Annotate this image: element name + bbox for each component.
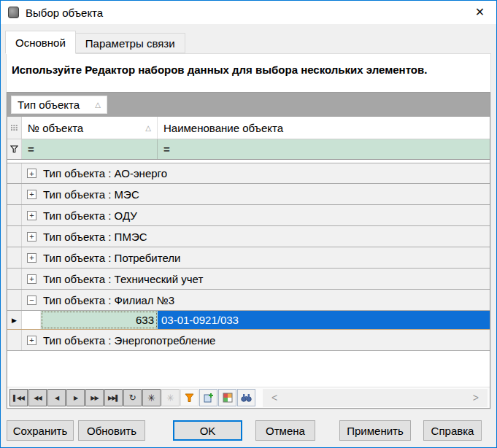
- nav-next-page-button[interactable]: ▶▶: [85, 389, 104, 406]
- group-indent: [22, 311, 41, 329]
- column-header-name[interactable]: Наименование объекта: [158, 117, 490, 139]
- close-icon[interactable]: ✕: [463, 1, 496, 23]
- ok-button[interactable]: OK: [173, 420, 242, 441]
- group-row[interactable]: + Тип объекта : Энергопотребление: [7, 330, 490, 351]
- expand-icon[interactable]: +: [27, 169, 36, 178]
- scroll-left-icon[interactable]: <: [271, 392, 277, 403]
- nav-prior-button[interactable]: ◀: [47, 389, 66, 406]
- auto-filter-row: = =: [7, 139, 490, 160]
- tab-params[interactable]: Параметры связи: [76, 33, 185, 53]
- filter-cell-number[interactable]: =: [22, 139, 158, 159]
- nav-find-button[interactable]: [237, 389, 255, 406]
- row-indicator: ▶: [7, 311, 22, 329]
- group-row[interactable]: + Тип объекта : ОДУ: [7, 205, 490, 226]
- data-grid: Тип объекта △ № объекта △: [7, 92, 490, 409]
- indicator-header: [7, 117, 22, 139]
- dialog-window: Выбор объекта ✕ Основной Параметры связи…: [0, 0, 497, 448]
- group-row-label: Тип объекта : ПМЭС: [43, 231, 147, 243]
- group-row-label: Тип объекта : Энергопотребление: [43, 334, 215, 347]
- expand-icon[interactable]: +: [27, 253, 36, 263]
- group-row[interactable]: + Тип объекта : АО-энерго: [7, 163, 490, 184]
- group-row-label: Тип объекта : Потребители: [43, 252, 180, 264]
- column-header-number[interactable]: № объекта △: [22, 117, 158, 139]
- expand-icon[interactable]: +: [27, 211, 36, 220]
- window-title: Выбор объекта: [26, 7, 103, 19]
- instruction-text: Используйте Редактор наборов данных для …: [12, 63, 427, 76]
- nav-refresh-button[interactable]: ↻: [123, 389, 142, 406]
- dialog-button-bar: Сохранить Обновить OK Отмена Применить С…: [1, 409, 496, 447]
- nav-append-button[interactable]: ✳: [142, 389, 161, 406]
- app-icon: [8, 7, 19, 18]
- apply-button[interactable]: Применить: [339, 420, 411, 441]
- expand-icon[interactable]: +: [27, 274, 36, 284]
- nav-customize-layout-button[interactable]: [218, 389, 236, 406]
- nav-prior-page-button[interactable]: ◀◀: [28, 389, 47, 406]
- current-row-arrow-icon: ▶: [12, 317, 17, 324]
- group-row-label: Тип объекта : МЭС: [43, 188, 139, 201]
- nav-append-disabled-button: ✳: [161, 389, 180, 406]
- binoculars-icon: [241, 393, 252, 402]
- nav-last-button[interactable]: ▶▶▌: [104, 389, 123, 406]
- column-header-number-label: № объекта: [28, 122, 83, 134]
- group-row-label: Тип объекта : АО-энерго: [43, 167, 167, 179]
- expand-icon[interactable]: +: [27, 232, 36, 242]
- cell-object-name[interactable]: 03-01-0921/033: [158, 311, 490, 329]
- group-by-column-chip[interactable]: Тип объекта △: [11, 96, 107, 114]
- selected-data-row[interactable]: ▶ 633 03-01-0921/033: [7, 311, 490, 330]
- data-navigator: ▌◀◀ ◀◀ ◀ ▶ ▶▶ ▶▶▌ ↻ ✳ ✳: [7, 387, 490, 408]
- group-row-label: Тип объекта : Филиал №3: [43, 294, 174, 306]
- add-document-icon: [204, 393, 214, 403]
- collapse-icon[interactable]: −: [27, 296, 36, 305]
- group-row-label: Тип объекта : Технический учет: [43, 273, 203, 285]
- tab-page: Используйте Редактор наборов данных для …: [6, 53, 491, 409]
- indicator-menu-icon: [11, 124, 18, 131]
- tab-main[interactable]: Основной: [5, 31, 76, 54]
- help-button[interactable]: Справка: [423, 420, 482, 441]
- sort-asc-icon: △: [95, 101, 101, 109]
- filter-funnel-icon: [10, 145, 18, 153]
- tab-bar: Основной Параметры связи: [1, 24, 496, 53]
- column-header-name-label: Наименование объекта: [163, 122, 283, 134]
- nav-add-object-button[interactable]: [199, 389, 217, 406]
- nav-first-button[interactable]: ▌◀◀: [9, 389, 28, 406]
- expand-icon[interactable]: +: [27, 336, 36, 345]
- filter-cell-name[interactable]: =: [158, 139, 490, 159]
- nav-next-button[interactable]: ▶: [66, 389, 85, 406]
- group-row[interactable]: + Тип объекта : МЭС: [7, 184, 490, 205]
- group-by-label: Тип объекта: [18, 99, 80, 111]
- cancel-button[interactable]: Отмена: [255, 420, 315, 441]
- column-header-row: № объекта △ Наименование объекта: [7, 117, 490, 139]
- horizontal-scrollbar[interactable]: < >: [263, 389, 488, 407]
- nav-filter-button[interactable]: [180, 389, 199, 406]
- filter-funnel-orange-icon: [185, 393, 194, 403]
- sort-asc-icon: △: [145, 124, 151, 132]
- filter-row-indicator: [7, 139, 22, 159]
- group-by-panel: Тип объекта △: [7, 93, 490, 117]
- scroll-right-icon[interactable]: >: [473, 392, 479, 403]
- grid-rows-area: + Тип объекта : АО-энерго + Тип объекта …: [7, 160, 490, 387]
- cell-object-number[interactable]: 633: [41, 311, 158, 329]
- title-bar: Выбор объекта ✕: [1, 1, 496, 24]
- group-row-expanded[interactable]: − Тип объекта : Филиал №3: [7, 290, 490, 311]
- expand-icon[interactable]: +: [27, 190, 36, 199]
- group-row[interactable]: + Тип объекта : ПМЭС: [7, 226, 490, 247]
- group-row[interactable]: + Тип объекта : Технический учет: [7, 269, 490, 290]
- save-button[interactable]: Сохранить: [7, 420, 74, 441]
- group-row[interactable]: + Тип объекта : Потребители: [7, 247, 490, 269]
- layout-grid-icon: [223, 393, 233, 403]
- group-row-label: Тип объекта : ОДУ: [43, 209, 137, 222]
- refresh-button[interactable]: Обновить: [78, 420, 145, 441]
